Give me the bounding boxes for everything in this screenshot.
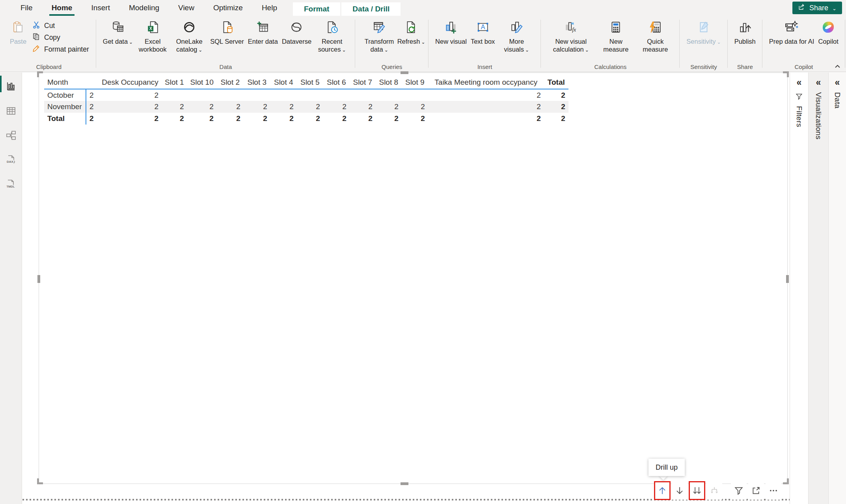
matrix-cell[interactable]: 2: [297, 113, 323, 125]
matrix-cell[interactable]: 2: [428, 113, 544, 125]
new-visual-button[interactable]: New visual: [433, 18, 469, 46]
dax-query-view-button[interactable]: DAX: [3, 152, 19, 168]
matrix-column-header[interactable]: Slot 4: [270, 76, 297, 89]
matrix-column-header[interactable]: Slot 7: [350, 76, 376, 89]
matrix-cell[interactable]: [270, 89, 297, 101]
matrix-cell[interactable]: 2: [376, 113, 402, 125]
collapse-ribbon-chevron-icon[interactable]: [834, 64, 840, 69]
matrix-column-header[interactable]: Slot 10: [187, 76, 217, 89]
visualizations-pane-collapsed[interactable]: « Visualizations: [808, 73, 828, 504]
matrix-column-header[interactable]: Total: [544, 76, 568, 89]
matrix-cell[interactable]: 2: [376, 101, 402, 113]
matrix-cell[interactable]: 2: [402, 101, 428, 113]
visual-resize-handle-left[interactable]: [37, 275, 40, 283]
excel-workbook-button[interactable]: XExcel workbook: [135, 18, 170, 54]
matrix-cell[interactable]: [244, 89, 270, 101]
dataverse-button[interactable]: Dataverse: [280, 18, 313, 46]
expand-chevron-icon[interactable]: «: [797, 78, 802, 87]
matrix-visual-frame[interactable]: [39, 73, 788, 484]
new-visual-calculation-button[interactable]: fxNew visual calculation⌄: [546, 18, 596, 54]
matrix-cell[interactable]: 2: [86, 113, 99, 125]
matrix-cell[interactable]: 2: [544, 101, 568, 113]
matrix-cell[interactable]: 2: [350, 113, 376, 125]
more-visuals-button[interactable]: More visuals⌄: [497, 18, 536, 54]
sql-server-button[interactable]: SQL Server: [208, 18, 246, 46]
matrix-cell[interactable]: 2: [217, 113, 244, 125]
prep-data-for-ai-button[interactable]: Prep data for AI: [767, 18, 816, 46]
matrix-cell[interactable]: [323, 89, 350, 101]
matrix-cell[interactable]: 2: [544, 89, 568, 101]
matrix-column-header[interactable]: Desk Occupancy: [99, 76, 162, 89]
matrix-cell[interactable]: 2: [428, 89, 544, 101]
matrix-column-header[interactable]: Slot 9: [402, 76, 428, 89]
visual-resize-handle-bottom[interactable]: [401, 482, 408, 485]
matrix-cell[interactable]: 2: [297, 101, 323, 113]
matrix-cell[interactable]: 2: [86, 101, 99, 113]
menu-tab-file[interactable]: File: [11, 0, 42, 16]
visual-resize-corner-bl[interactable]: [37, 478, 43, 484]
matrix-cell[interactable]: 2: [187, 101, 217, 113]
cut-button[interactable]: Cut: [30, 20, 91, 32]
drill-up-button[interactable]: [654, 482, 670, 500]
drill-down-button[interactable]: [672, 482, 688, 500]
contextual-tab-format[interactable]: Format: [293, 2, 340, 16]
onelake-catalog-button[interactable]: OneLake catalog⌄: [170, 18, 208, 54]
matrix-cell[interactable]: [217, 89, 244, 101]
menu-tab-help[interactable]: Help: [252, 0, 287, 16]
recent-sources-button[interactable]: Recent sources⌄: [313, 18, 350, 54]
matrix-cell[interactable]: 2: [244, 101, 270, 113]
matrix-cell[interactable]: [297, 89, 323, 101]
matrix-row-header[interactable]: October: [44, 89, 86, 101]
matrix-cell[interactable]: [402, 89, 428, 101]
matrix-column-header[interactable]: Slot 3: [244, 76, 270, 89]
visual-resize-corner-tl[interactable]: [37, 71, 43, 77]
enter-data-button[interactable]: Enter data: [246, 18, 280, 46]
quick-measure-button[interactable]: Quick measure: [635, 18, 675, 54]
table-view-button[interactable]: [3, 103, 19, 119]
menu-tab-view[interactable]: View: [169, 0, 204, 16]
model-view-button[interactable]: [3, 128, 19, 143]
matrix-column-header[interactable]: Slot 2: [217, 76, 244, 89]
copilot-button[interactable]: Copilot: [816, 18, 840, 46]
new-measure-button[interactable]: New measure: [596, 18, 635, 54]
matrix-column-header[interactable]: Month: [44, 76, 86, 89]
tmdl-view-button[interactable]: TMDL: [3, 177, 19, 192]
menu-tab-modeling[interactable]: Modeling: [119, 0, 169, 16]
matrix-cell[interactable]: [187, 89, 217, 101]
matrix-row-header[interactable]: Total: [44, 113, 86, 125]
matrix-column-header[interactable]: [86, 76, 99, 89]
menu-tab-insert[interactable]: Insert: [82, 0, 119, 16]
matrix-cell[interactable]: 2: [323, 113, 350, 125]
matrix-cell[interactable]: [350, 89, 376, 101]
matrix-cell[interactable]: 2: [402, 113, 428, 125]
matrix-cell[interactable]: 2: [323, 101, 350, 113]
matrix-cell[interactable]: 2: [187, 113, 217, 125]
report-view-button[interactable]: [3, 79, 19, 95]
expand-chevron-icon[interactable]: «: [835, 78, 840, 87]
matrix-cell[interactable]: 2: [99, 89, 162, 101]
matrix-cell[interactable]: 2: [428, 101, 544, 113]
transform-data-button[interactable]: Transform data⌄: [360, 18, 399, 54]
matrix-column-header[interactable]: Taika Meeting room occypancy: [428, 76, 544, 89]
matrix-cell[interactable]: 2: [162, 101, 187, 113]
visual-resize-corner-tr[interactable]: [783, 71, 789, 77]
get-data-button[interactable]: Get data⌄: [101, 18, 135, 46]
matrix-cell[interactable]: 2: [350, 101, 376, 113]
expand-chevron-icon[interactable]: «: [816, 78, 821, 87]
focus-mode-button[interactable]: [748, 482, 764, 500]
format-painter-button[interactable]: Format painter: [30, 43, 91, 55]
visual-resize-handle-top[interactable]: [401, 71, 408, 74]
contextual-tab-data-drill[interactable]: Data / Drill: [341, 2, 401, 16]
menu-tab-optimize[interactable]: Optimize: [204, 0, 252, 16]
matrix-column-header[interactable]: Slot 6: [323, 76, 350, 89]
matrix-cell[interactable]: 2: [86, 89, 99, 101]
matrix-cell[interactable]: 2: [544, 113, 568, 125]
visual-resize-corner-br[interactable]: [783, 478, 789, 484]
menu-tab-home[interactable]: Home: [42, 0, 82, 16]
matrix-cell[interactable]: [162, 89, 187, 101]
data-pane-collapsed[interactable]: « Data: [828, 73, 846, 504]
matrix-cell[interactable]: 2: [99, 101, 162, 113]
matrix-cell[interactable]: 2: [162, 113, 187, 125]
matrix-row-header[interactable]: November: [44, 101, 86, 113]
filters-button[interactable]: [731, 482, 747, 500]
